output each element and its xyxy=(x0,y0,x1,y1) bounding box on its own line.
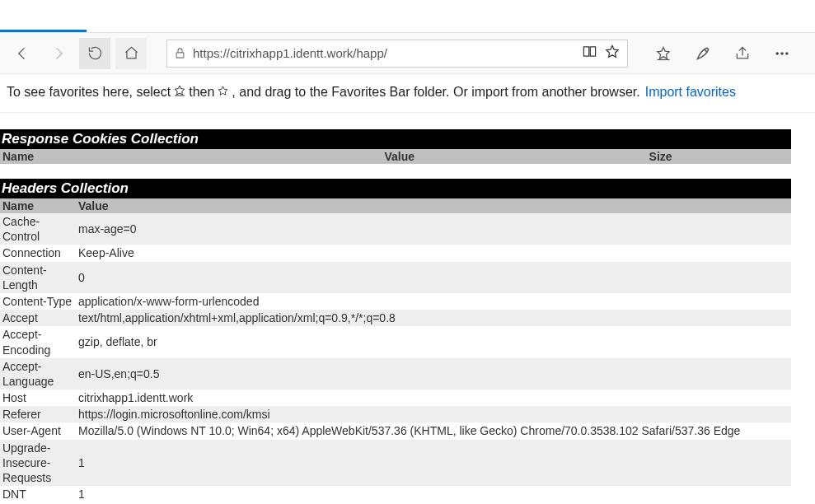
cookies-section-title: Response Cookies Collection xyxy=(0,129,791,149)
header-name: Host xyxy=(0,390,76,406)
table-row: DNT1 xyxy=(0,486,791,500)
header-value: application/x-www-form-urlencoded xyxy=(76,293,791,310)
table-row: Accept-Encodinggzip, deflate, br xyxy=(0,326,791,357)
header-value: https://login.microsoftonline.com/kmsi xyxy=(76,406,791,422)
header-name: DNT xyxy=(0,486,76,500)
header-name: Connection xyxy=(0,245,76,261)
star-icon xyxy=(217,85,229,100)
headers-table: Name Value Cache-Controlmax-age=0Connect… xyxy=(0,198,791,500)
svg-point-2 xyxy=(781,52,784,54)
col-name: Name xyxy=(0,149,269,164)
header-value: 1 xyxy=(76,486,791,500)
favbar-text-suffix: , and drag to the Favorites Bar folder. … xyxy=(232,85,639,100)
table-row: ConnectionKeep-Alive xyxy=(0,245,791,261)
table-row: Cache-Controlmax-age=0 xyxy=(0,213,791,245)
header-name: Content-Type xyxy=(0,293,76,310)
cookies-table: Name Value Size xyxy=(0,149,791,164)
header-name: Accept-Language xyxy=(0,358,76,390)
import-favorites-link[interactable]: Import favorites xyxy=(645,85,736,100)
more-icon[interactable] xyxy=(768,40,796,68)
col-size: Size xyxy=(530,149,791,164)
header-value: gzip, deflate, br xyxy=(76,326,791,357)
favorites-hub-icon[interactable] xyxy=(649,40,677,68)
table-row: Hostcitrixhapp1.identt.work xyxy=(0,390,791,406)
forward-button[interactable] xyxy=(43,38,74,69)
header-value: citrixhapp1.identt.work xyxy=(76,390,791,406)
back-button[interactable] xyxy=(7,38,38,69)
header-value: 0 xyxy=(76,262,791,293)
svg-rect-0 xyxy=(176,53,184,58)
header-value: Mozilla/5.0 (Windows NT 10.0; Win64; x64… xyxy=(76,422,791,439)
favbar-text-mid: then xyxy=(189,85,214,100)
lock-icon xyxy=(174,47,186,59)
table-row: Accept-Languageen-US,en;q=0.5 xyxy=(0,358,791,390)
header-name: Content-Length xyxy=(0,262,76,293)
header-value: text/html,application/xhtml+xml,applicat… xyxy=(76,310,791,326)
favorite-star-icon[interactable] xyxy=(604,44,621,63)
notes-icon[interactable] xyxy=(689,40,717,68)
home-button[interactable] xyxy=(115,38,147,69)
table-row: Content-Typeapplication/x-www-form-urlen… xyxy=(0,293,791,310)
page-content: Response Cookies Collection Name Value S… xyxy=(0,113,815,500)
header-name: Accept xyxy=(0,310,76,326)
header-name: Cache-Control xyxy=(0,213,76,245)
header-name: Accept-Encoding xyxy=(0,326,76,357)
refresh-button[interactable] xyxy=(79,38,110,69)
toolbar-right xyxy=(649,40,796,68)
header-name: User-Agent xyxy=(0,422,76,439)
header-value: Keep-Alive xyxy=(76,245,791,261)
svg-point-1 xyxy=(776,52,779,54)
reading-view-icon[interactable] xyxy=(582,44,597,63)
table-row: Accepttext/html,application/xhtml+xml,ap… xyxy=(0,310,791,326)
favorites-bar-hint: To see favorites here, select then , and… xyxy=(0,74,815,113)
star-line-icon xyxy=(173,84,186,100)
headers-section-title: Headers Collection xyxy=(0,179,791,198)
url-text: https://citrixhapp1.identt.work/happ/ xyxy=(193,46,575,60)
col-value: Value xyxy=(76,198,791,213)
header-value: 1 xyxy=(76,440,791,487)
col-name: Name xyxy=(0,198,76,213)
table-row: User-AgentMozilla/5.0 (Windows NT 10.0; … xyxy=(0,422,791,439)
header-name: Referer xyxy=(0,406,76,422)
header-value: max-age=0 xyxy=(76,213,791,245)
address-bar[interactable]: https://citrixhapp1.identt.work/happ/ xyxy=(166,40,628,68)
col-value: Value xyxy=(269,149,530,164)
share-icon[interactable] xyxy=(728,40,756,68)
favbar-text: To see favorites here, select xyxy=(7,85,171,100)
svg-point-3 xyxy=(786,52,789,54)
active-tab-indicator xyxy=(0,30,87,32)
tab-bar xyxy=(0,0,815,33)
table-row: Refererhttps://login.microsoftonline.com… xyxy=(0,406,791,422)
table-row: Content-Length0 xyxy=(0,262,791,293)
header-name: Upgrade-Insecure-Requests xyxy=(0,440,76,487)
browser-toolbar: https://citrixhapp1.identt.work/happ/ xyxy=(0,33,815,74)
table-row: Upgrade-Insecure-Requests1 xyxy=(0,440,791,487)
header-value: en-US,en;q=0.5 xyxy=(76,358,791,390)
